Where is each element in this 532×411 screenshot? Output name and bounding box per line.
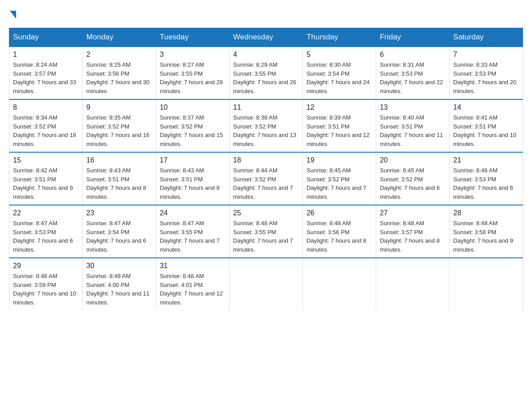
calendar-header-row: SundayMondayTuesdayWednesdayThursdayFrid…	[9, 28, 523, 47]
day-info: Sunrise: 8:46 AM Sunset: 3:53 PM Dayligh…	[453, 166, 519, 201]
calendar-day-cell: 5 Sunrise: 8:30 AM Sunset: 3:54 PM Dayli…	[303, 47, 376, 99]
day-of-week-header-thursday: Thursday	[303, 28, 376, 47]
calendar-week-row: 15 Sunrise: 8:42 AM Sunset: 3:51 PM Dayl…	[9, 152, 523, 205]
calendar-day-cell: 2 Sunrise: 8:25 AM Sunset: 3:56 PM Dayli…	[82, 47, 156, 99]
calendar-week-row: 1 Sunrise: 8:24 AM Sunset: 3:57 PM Dayli…	[9, 47, 523, 99]
calendar-day-cell: 28 Sunrise: 8:48 AM Sunset: 3:58 PM Dayl…	[450, 205, 523, 258]
calendar-day-cell: 21 Sunrise: 8:46 AM Sunset: 3:53 PM Dayl…	[450, 152, 523, 205]
calendar-week-row: 22 Sunrise: 8:47 AM Sunset: 3:53 PM Dayl…	[9, 205, 523, 258]
day-info: Sunrise: 8:47 AM Sunset: 3:54 PM Dayligh…	[86, 219, 152, 254]
day-number: 14	[453, 103, 519, 111]
day-info: Sunrise: 8:45 AM Sunset: 3:52 PM Dayligh…	[380, 166, 446, 201]
calendar-day-cell: 25 Sunrise: 8:48 AM Sunset: 3:55 PM Dayl…	[229, 205, 303, 258]
calendar-day-cell: 26 Sunrise: 8:48 AM Sunset: 3:56 PM Dayl…	[303, 205, 376, 258]
calendar-day-cell: 14 Sunrise: 8:41 AM Sunset: 3:51 PM Dayl…	[450, 99, 523, 152]
day-of-week-header-friday: Friday	[376, 28, 450, 47]
calendar-day-cell: 1 Sunrise: 8:24 AM Sunset: 3:57 PM Dayli…	[9, 47, 83, 99]
day-number: 24	[160, 209, 226, 217]
day-number: 1	[13, 51, 79, 59]
day-number: 6	[380, 51, 446, 59]
day-info: Sunrise: 8:31 AM Sunset: 3:53 PM Dayligh…	[380, 60, 446, 95]
day-info: Sunrise: 8:44 AM Sunset: 3:52 PM Dayligh…	[233, 166, 299, 201]
day-info: Sunrise: 8:38 AM Sunset: 3:52 PM Dayligh…	[233, 113, 299, 148]
day-number: 10	[160, 103, 226, 111]
day-info: Sunrise: 8:35 AM Sunset: 3:52 PM Dayligh…	[86, 113, 152, 148]
calendar-day-cell: 7 Sunrise: 8:33 AM Sunset: 3:53 PM Dayli…	[450, 47, 523, 99]
day-number: 30	[86, 262, 152, 270]
day-of-week-header-tuesday: Tuesday	[156, 28, 229, 47]
page-header	[9, 9, 523, 19]
day-number: 3	[160, 51, 226, 59]
day-of-week-header-saturday: Saturday	[450, 28, 523, 47]
calendar-day-cell: 11 Sunrise: 8:38 AM Sunset: 3:52 PM Dayl…	[229, 99, 303, 152]
calendar-day-cell: 24 Sunrise: 8:47 AM Sunset: 3:55 PM Dayl…	[156, 205, 229, 258]
logo-arrow-icon	[10, 11, 16, 19]
day-info: Sunrise: 8:34 AM Sunset: 3:52 PM Dayligh…	[13, 113, 79, 148]
day-number: 19	[306, 156, 372, 164]
calendar-day-cell: 31 Sunrise: 8:48 AM Sunset: 4:01 PM Dayl…	[156, 258, 229, 310]
day-number: 27	[380, 209, 446, 217]
calendar-day-cell: 6 Sunrise: 8:31 AM Sunset: 3:53 PM Dayli…	[376, 47, 450, 99]
calendar-day-cell	[229, 258, 303, 310]
calendar-day-cell: 23 Sunrise: 8:47 AM Sunset: 3:54 PM Dayl…	[82, 205, 156, 258]
calendar-day-cell: 9 Sunrise: 8:35 AM Sunset: 3:52 PM Dayli…	[82, 99, 156, 152]
day-number: 7	[453, 51, 519, 59]
day-number: 22	[13, 209, 79, 217]
day-of-week-header-wednesday: Wednesday	[229, 28, 303, 47]
day-number: 11	[233, 103, 299, 111]
day-info: Sunrise: 8:48 AM Sunset: 3:56 PM Dayligh…	[306, 219, 372, 254]
calendar-day-cell	[450, 258, 523, 310]
day-number: 15	[13, 156, 79, 164]
calendar-day-cell	[303, 258, 376, 310]
day-of-week-header-sunday: Sunday	[9, 28, 83, 47]
day-info: Sunrise: 8:47 AM Sunset: 3:53 PM Dayligh…	[13, 219, 79, 254]
calendar-day-cell: 15 Sunrise: 8:42 AM Sunset: 3:51 PM Dayl…	[9, 152, 83, 205]
day-info: Sunrise: 8:45 AM Sunset: 3:52 PM Dayligh…	[306, 166, 372, 201]
calendar-day-cell: 20 Sunrise: 8:45 AM Sunset: 3:52 PM Dayl…	[376, 152, 450, 205]
calendar-day-cell: 10 Sunrise: 8:37 AM Sunset: 3:52 PM Dayl…	[156, 99, 229, 152]
day-info: Sunrise: 8:48 AM Sunset: 4:00 PM Dayligh…	[86, 272, 152, 307]
day-number: 17	[160, 156, 226, 164]
day-info: Sunrise: 8:43 AM Sunset: 3:51 PM Dayligh…	[160, 166, 226, 201]
calendar-day-cell: 18 Sunrise: 8:44 AM Sunset: 3:52 PM Dayl…	[229, 152, 303, 205]
day-info: Sunrise: 8:24 AM Sunset: 3:57 PM Dayligh…	[13, 60, 79, 95]
day-number: 8	[13, 103, 79, 111]
day-info: Sunrise: 8:48 AM Sunset: 3:55 PM Dayligh…	[233, 219, 299, 254]
calendar-day-cell: 3 Sunrise: 8:27 AM Sunset: 3:55 PM Dayli…	[156, 47, 229, 99]
calendar-table: SundayMondayTuesdayWednesdayThursdayFrid…	[9, 28, 523, 310]
day-number: 4	[233, 51, 299, 59]
day-number: 29	[13, 262, 79, 270]
calendar-day-cell: 17 Sunrise: 8:43 AM Sunset: 3:51 PM Dayl…	[156, 152, 229, 205]
calendar-day-cell: 8 Sunrise: 8:34 AM Sunset: 3:52 PM Dayli…	[9, 99, 83, 152]
day-info: Sunrise: 8:39 AM Sunset: 3:51 PM Dayligh…	[306, 113, 372, 148]
day-info: Sunrise: 8:42 AM Sunset: 3:51 PM Dayligh…	[13, 166, 79, 201]
calendar-day-cell: 27 Sunrise: 8:48 AM Sunset: 3:57 PM Dayl…	[376, 205, 450, 258]
day-number: 21	[453, 156, 519, 164]
day-info: Sunrise: 8:25 AM Sunset: 3:56 PM Dayligh…	[86, 60, 152, 95]
day-number: 23	[86, 209, 152, 217]
day-info: Sunrise: 8:40 AM Sunset: 3:51 PM Dayligh…	[380, 113, 446, 148]
day-info: Sunrise: 8:30 AM Sunset: 3:54 PM Dayligh…	[306, 60, 372, 95]
day-number: 20	[380, 156, 446, 164]
calendar-day-cell: 19 Sunrise: 8:45 AM Sunset: 3:52 PM Dayl…	[303, 152, 376, 205]
day-info: Sunrise: 8:43 AM Sunset: 3:51 PM Dayligh…	[86, 166, 152, 201]
logo	[9, 9, 16, 19]
day-info: Sunrise: 8:48 AM Sunset: 3:58 PM Dayligh…	[453, 219, 519, 254]
day-number: 26	[306, 209, 372, 217]
day-info: Sunrise: 8:33 AM Sunset: 3:53 PM Dayligh…	[453, 60, 519, 95]
day-info: Sunrise: 8:37 AM Sunset: 3:52 PM Dayligh…	[160, 113, 226, 148]
day-info: Sunrise: 8:29 AM Sunset: 3:55 PM Dayligh…	[233, 60, 299, 95]
day-info: Sunrise: 8:47 AM Sunset: 3:55 PM Dayligh…	[160, 219, 226, 254]
day-number: 16	[86, 156, 152, 164]
day-number: 2	[86, 51, 152, 59]
day-number: 9	[86, 103, 152, 111]
calendar-day-cell: 29 Sunrise: 8:48 AM Sunset: 3:59 PM Dayl…	[9, 258, 83, 310]
day-number: 28	[453, 209, 519, 217]
day-info: Sunrise: 8:27 AM Sunset: 3:55 PM Dayligh…	[160, 60, 226, 95]
calendar-day-cell: 12 Sunrise: 8:39 AM Sunset: 3:51 PM Dayl…	[303, 99, 376, 152]
day-info: Sunrise: 8:48 AM Sunset: 4:01 PM Dayligh…	[160, 272, 226, 307]
calendar-week-row: 29 Sunrise: 8:48 AM Sunset: 3:59 PM Dayl…	[9, 258, 523, 310]
day-number: 12	[306, 103, 372, 111]
calendar-day-cell: 16 Sunrise: 8:43 AM Sunset: 3:51 PM Dayl…	[82, 152, 156, 205]
day-info: Sunrise: 8:48 AM Sunset: 3:59 PM Dayligh…	[13, 272, 79, 307]
